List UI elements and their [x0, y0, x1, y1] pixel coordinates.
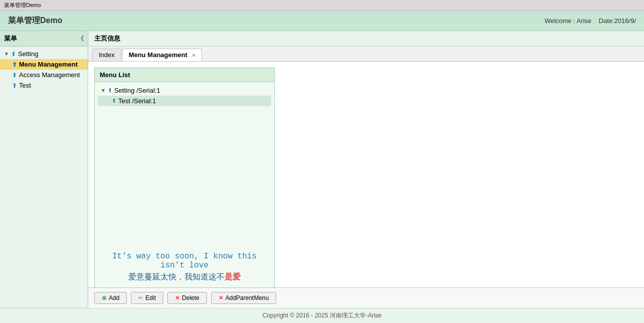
tab-menu-management[interactable]: Menu Management × [122, 49, 202, 61]
sidebar-tree: ▼ ⬆ Setting ⬆ Menu Management ⬆ Access M… [0, 47, 88, 93]
menu-test-icon: ⬆ [112, 98, 116, 104]
sidebar: 菜单 《 ▼ ⬆ Setting ⬆ Menu Management ⬆ Acc… [0, 31, 88, 308]
tab-index[interactable]: Index [92, 49, 121, 61]
edit-button[interactable]: ✏ Edit [131, 292, 163, 304]
menu-setting-icon: ⬆ [108, 87, 112, 94]
sidebar-collapse-button[interactable]: 《 [78, 35, 84, 43]
setting-tree-icon: ⬆ [11, 51, 16, 58]
setting-expand-icon: ▼ [4, 51, 9, 57]
sidebar-item-test[interactable]: ⬆ Test [0, 80, 88, 91]
menu-setting-expand: ▼ [101, 88, 106, 93]
edit-icon: ✏ [138, 294, 143, 301]
lyric-chinese-highlight: 是爱 [225, 272, 241, 281]
panel-content: Menu List ▼ ⬆ Setting /Serial:1 ⬆ Test /… [88, 62, 644, 287]
toolbar: ⊕ Add ✏ Edit ✕ Delete ✕ AddParentMenu [88, 287, 644, 308]
sidebar-label: 菜单 [4, 34, 17, 43]
tab-menu-management-label: Menu Management [129, 51, 187, 59]
sidebar-item-menu-management[interactable]: ⬆ Menu Management [0, 59, 88, 70]
menu-list-title: Menu List [95, 68, 274, 82]
lyric-area: It's way too soon, I know this isn't lov… [95, 247, 274, 287]
add-parent-icon: ✕ [219, 294, 224, 301]
tab-index-label: Index [99, 51, 115, 59]
main-layout: 菜单 《 ▼ ⬆ Setting ⬆ Menu Management ⬆ Acc… [0, 31, 644, 308]
add-parent-label: AddParentMenu [226, 294, 269, 301]
sidebar-header: 菜单 《 [0, 31, 88, 47]
tab-menu-management-close[interactable]: × [192, 52, 195, 58]
content-header: 主页信息 [88, 31, 644, 47]
menu-management-label: Menu Management [19, 61, 78, 68]
add-label: Add [109, 294, 119, 301]
add-button[interactable]: ⊕ Add [94, 292, 127, 304]
delete-button[interactable]: ✕ Delete [167, 292, 207, 304]
app-header: 菜单管理Demo Welcome : Arise Date:2016/9/ [0, 11, 644, 31]
edit-label: Edit [145, 294, 156, 301]
menu-test-label: Test /Serial:1 [118, 97, 156, 105]
test-label: Test [19, 82, 31, 89]
footer: Copyright © 2016 - 2025 河南理工大学-Arise [0, 308, 644, 323]
app-title: 菜单管理Demo [8, 16, 62, 26]
browser-bar: 菜单管理Demo [0, 0, 644, 11]
menu-list-box: Menu List ▼ ⬆ Setting /Serial:1 ⬆ Test /… [94, 68, 275, 287]
tabs-bar: Index Menu Management × [88, 47, 644, 62]
delete-icon: ✕ [175, 294, 180, 301]
sidebar-item-setting[interactable]: ▼ ⬆ Setting [0, 49, 88, 59]
add-parent-menu-button[interactable]: ✕ AddParentMenu [211, 292, 277, 304]
browser-bar-text: 菜单管理Demo [4, 2, 41, 9]
content-area: 主页信息 Index Menu Management × Menu List ▼… [88, 31, 644, 308]
footer-text: Copyright © 2016 - 2025 河南理工大学-Arise [263, 312, 382, 319]
welcome-text: Welcome : Arise Date:2016/9/ [544, 17, 636, 25]
menu-setting-label: Setting /Serial:1 [114, 87, 160, 94]
access-management-icon: ⬆ [12, 72, 17, 79]
menu-tree-test[interactable]: ⬆ Test /Serial:1 [98, 96, 271, 106]
access-management-label: Access Management [19, 71, 80, 79]
lyric-chinese-pre: 爱意蔓延太快，我知道这不 [128, 272, 225, 281]
menu-list-body: ▼ ⬆ Setting /Serial:1 ⬆ Test /Serial:1 [95, 82, 274, 117]
menu-management-icon: ⬆ [12, 61, 17, 68]
sidebar-item-access-management[interactable]: ⬆ Access Management [0, 70, 88, 80]
content-header-label: 主页信息 [94, 35, 120, 42]
setting-label: Setting [18, 50, 38, 58]
menu-tree-setting[interactable]: ▼ ⬆ Setting /Serial:1 [98, 85, 271, 96]
add-icon: ⊕ [102, 294, 107, 301]
lyric-english: It's way too soon, I know this isn't lov… [100, 252, 269, 270]
lyric-chinese: 爱意蔓延太快，我知道这不是爱 [100, 272, 269, 282]
test-icon: ⬆ [12, 82, 17, 89]
delete-label: Delete [182, 294, 199, 301]
